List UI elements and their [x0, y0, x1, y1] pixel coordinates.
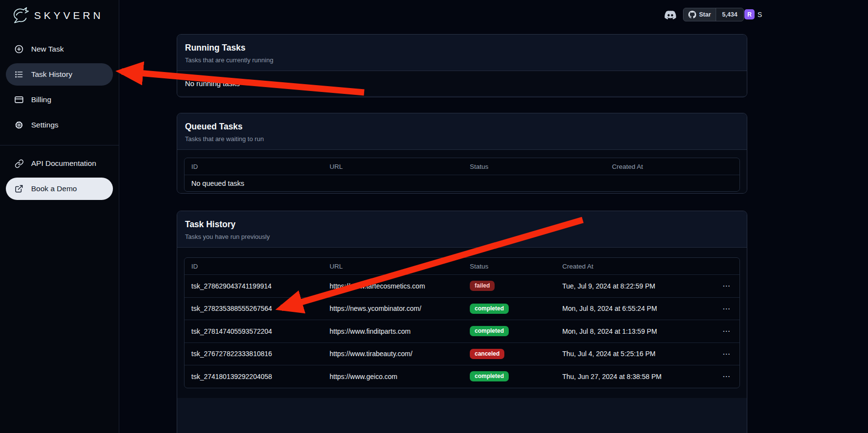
running-tasks-body: No running tasks	[177, 71, 747, 96]
topbar: Star 5,434 R S	[119, 0, 868, 29]
discord-icon[interactable]	[664, 8, 677, 21]
row-actions-button[interactable]: ⋯	[714, 372, 739, 381]
column-header-url: URL	[323, 263, 463, 270]
task-url: https://www.finditparts.com	[323, 327, 463, 335]
task-url: https://www.tirabeauty.com/	[323, 350, 463, 358]
sidebar-item-label: Billing	[31, 95, 51, 104]
plus-circle-icon	[14, 44, 24, 54]
task-created-at: Mon, Jul 8, 2024 at 6:55:24 PM	[555, 305, 714, 312]
sidebar-item-book-a-demo[interactable]: Book a Demo	[6, 178, 113, 200]
status-badge: completed	[470, 304, 509, 314]
github-icon	[688, 11, 696, 18]
column-header-id: ID	[185, 263, 323, 270]
task-history-header: Task History Tasks you have run previous…	[177, 211, 747, 248]
card-subtitle: Tasks that are waiting to run	[185, 135, 739, 143]
column-header-created-at: Created At	[605, 163, 739, 170]
sidebar-item-label: Task History	[31, 70, 72, 79]
table-header-row: ID URL Status Created At	[185, 158, 739, 175]
table-row[interactable]: tsk_278235388555267564 https://news.ycom…	[185, 297, 739, 320]
task-id: tsk_278235388555267564	[185, 305, 323, 312]
main-content: Running Tasks Tasks that are currently r…	[177, 34, 747, 433]
running-tasks-card: Running Tasks Tasks that are currently r…	[177, 34, 747, 97]
task-created-at: Thu, Jun 27, 2024 at 8:38:58 PM	[555, 373, 714, 380]
skyvern-logo[interactable]: SKYVERN	[0, 0, 119, 30]
queued-tasks-body: ID URL Status Created At No queued tasks	[177, 150, 747, 194]
sidebar-item-label: API Documentation	[31, 159, 96, 168]
task-id: tsk_278629043741199914	[185, 282, 323, 290]
sidebar-item-billing[interactable]: Billing	[6, 89, 113, 111]
sidebar-item-new-task[interactable]: New Task	[6, 38, 113, 60]
table-row[interactable]: tsk_278629043741199914 https://www.tarte…	[185, 274, 739, 297]
running-tasks-empty-text: No running tasks	[177, 71, 747, 96]
sidebar-item-label: Settings	[31, 121, 58, 129]
row-actions-button[interactable]: ⋯	[714, 326, 739, 336]
sidebar-item-api-documentation[interactable]: API Documentation	[6, 152, 113, 175]
task-created-at: Mon, Jul 8, 2024 at 1:13:59 PM	[555, 327, 714, 335]
task-id: tsk_278147405593572204	[185, 327, 323, 335]
avatar[interactable]: R	[744, 9, 755, 19]
link-icon	[14, 159, 24, 168]
gear-icon	[14, 120, 24, 130]
column-header-status: Status	[463, 263, 555, 270]
task-created-at: Tue, Jul 9, 2024 at 8:22:59 PM	[555, 282, 714, 290]
task-history-card: Task History Tasks you have run previous…	[177, 211, 747, 433]
task-url: https://news.ycombinator.com/	[323, 305, 463, 312]
task-url: https://www.tartecosmetics.com	[323, 282, 463, 290]
sidebar-item-label: Book a Demo	[31, 184, 77, 193]
sidebar: SKYVERN New Task Task History Billing	[0, 0, 119, 433]
row-actions-button[interactable]: ⋯	[714, 349, 739, 359]
row-actions-button[interactable]: ⋯	[714, 304, 739, 313]
column-header-created-at: Created At	[555, 263, 714, 270]
username-partial: S	[757, 11, 762, 18]
task-history-table: ID URL Status Created At tsk_27862904374…	[184, 257, 740, 388]
queued-tasks-table: ID URL Status Created At No queued tasks	[184, 158, 740, 192]
status-badge: failed	[470, 281, 495, 291]
task-id: tsk_276727822333810816	[185, 350, 323, 358]
sidebar-divider	[0, 145, 119, 145]
external-link-icon	[14, 184, 24, 194]
table-row[interactable]: tsk_276727822333810816 https://www.tirab…	[185, 343, 739, 365]
logo-text: SKYVERN	[34, 10, 103, 21]
queued-tasks-header: Queued Tasks Tasks that are waiting to r…	[177, 113, 747, 150]
queued-tasks-empty-text: No queued tasks	[185, 175, 739, 191]
status-badge: completed	[470, 326, 509, 336]
task-url: https://www.geico.com	[323, 373, 463, 380]
column-header-id: ID	[185, 163, 323, 170]
task-id: tsk_274180139292204058	[185, 373, 323, 380]
card-title: Task History	[185, 219, 739, 230]
column-header-status: Status	[463, 163, 605, 170]
github-star-count: 5,434	[716, 8, 743, 21]
row-actions-button[interactable]: ⋯	[714, 281, 739, 290]
credit-card-icon	[14, 95, 24, 105]
skyvern-app: SKYVERN New Task Task History Billing	[0, 0, 868, 433]
status-badge: canceled	[470, 349, 504, 359]
queued-tasks-card: Queued Tasks Tasks that are waiting to r…	[177, 113, 747, 194]
table-row[interactable]: tsk_278147405593572204 https://www.findi…	[185, 320, 739, 343]
card-title: Queued Tasks	[185, 122, 739, 132]
sidebar-nav: New Task Task History Billing Settings	[0, 38, 119, 200]
sidebar-item-label: New Task	[31, 45, 64, 54]
skyvern-dragon-icon	[10, 6, 29, 25]
github-star-label: Star	[699, 11, 711, 18]
github-star-button[interactable]: Star 5,434	[683, 8, 744, 21]
table-row[interactable]: tsk_274180139292204058 https://www.geico…	[185, 365, 739, 388]
card-subtitle: Tasks that are currently running	[185, 56, 739, 64]
status-badge: completed	[470, 371, 509, 381]
card-subtitle: Tasks you have run previously	[185, 233, 739, 240]
sidebar-item-settings[interactable]: Settings	[6, 114, 113, 136]
running-tasks-header: Running Tasks Tasks that are currently r…	[177, 35, 747, 71]
task-created-at: Thu, Jul 4, 2024 at 5:25:16 PM	[555, 350, 714, 358]
column-header-url: URL	[323, 163, 463, 170]
task-history-body: ID URL Status Created At tsk_27862904374…	[177, 248, 747, 398]
table-header-row: ID URL Status Created At	[185, 258, 739, 274]
card-title: Running Tasks	[185, 43, 739, 53]
sidebar-item-task-history[interactable]: Task History	[6, 63, 113, 86]
list-icon	[14, 70, 24, 79]
